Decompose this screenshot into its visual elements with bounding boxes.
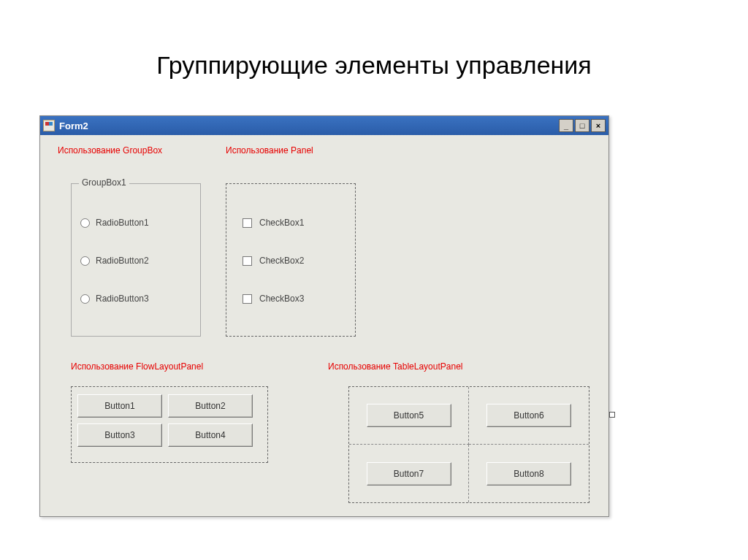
radio-icon[interactable] <box>80 256 90 266</box>
button-5[interactable]: Button5 <box>367 404 451 427</box>
checkbox-icon[interactable] <box>243 294 252 304</box>
panel-section-label: Использование Panel <box>226 145 313 156</box>
table-cell: Button7 <box>349 445 469 502</box>
window-title: Form2 <box>59 120 88 131</box>
titlebar[interactable]: Form2 _ □ × <box>40 116 608 135</box>
groupbox-container: GroupBox1 RadioButton1 RadioButton2 Radi… <box>71 183 201 337</box>
table-cell: Button8 <box>469 445 589 502</box>
radio-icon[interactable] <box>80 294 90 304</box>
tablelayoutpanel: Button5 Button6 Button7 Button8 <box>348 386 589 503</box>
table-cell: Button5 <box>349 387 469 445</box>
resize-handle-icon[interactable] <box>609 412 615 418</box>
table-section-label: Использование TableLayoutPanel <box>328 361 463 372</box>
radio-row[interactable]: RadioButton3 <box>80 294 149 304</box>
radio-label: RadioButton2 <box>96 256 149 266</box>
check-row[interactable]: CheckBox1 <box>243 218 304 228</box>
form-window: Form2 _ □ × Использование GroupBox Испол… <box>39 115 609 517</box>
slide: Группирующие элементы управления Form2 _… <box>0 0 748 560</box>
minimize-button[interactable]: _ <box>559 119 573 132</box>
button-6[interactable]: Button6 <box>486 404 571 427</box>
radio-label: RadioButton1 <box>96 218 149 228</box>
button-3[interactable]: Button3 <box>77 423 162 447</box>
radio-row[interactable]: RadioButton1 <box>80 218 149 228</box>
checkbox-icon[interactable] <box>243 218 252 228</box>
button-7[interactable]: Button7 <box>367 462 451 486</box>
radio-icon[interactable] <box>80 218 90 228</box>
checkbox-label: CheckBox2 <box>259 256 304 266</box>
checkbox-icon[interactable] <box>243 256 252 266</box>
button-2[interactable]: Button2 <box>168 394 253 418</box>
radio-label: RadioButton3 <box>96 294 149 304</box>
groupbox-legend: GroupBox1 <box>79 177 129 188</box>
check-row[interactable]: CheckBox2 <box>243 256 304 266</box>
flow-section-label: Использование FlowLayoutPanel <box>71 361 203 372</box>
close-button[interactable]: × <box>591 119 606 132</box>
slide-title: Группирующие элементы управления <box>0 51 748 80</box>
groupbox-section-label: Использование GroupBox <box>58 145 162 156</box>
app-icon <box>43 120 55 131</box>
button-4[interactable]: Button4 <box>168 423 253 447</box>
maximize-button[interactable]: □ <box>575 119 589 132</box>
radio-row[interactable]: RadioButton2 <box>80 256 149 266</box>
table-cell: Button6 <box>469 387 589 445</box>
flowlayoutpanel: Button1 Button2 Button3 Button4 <box>71 386 268 463</box>
checkbox-label: CheckBox3 <box>259 294 304 304</box>
checkbox-label: CheckBox1 <box>259 218 304 228</box>
check-row[interactable]: CheckBox3 <box>243 294 304 304</box>
button-8[interactable]: Button8 <box>486 462 571 486</box>
button-1[interactable]: Button1 <box>77 394 162 418</box>
panel-container: CheckBox1 CheckBox2 CheckBox3 <box>226 183 356 337</box>
